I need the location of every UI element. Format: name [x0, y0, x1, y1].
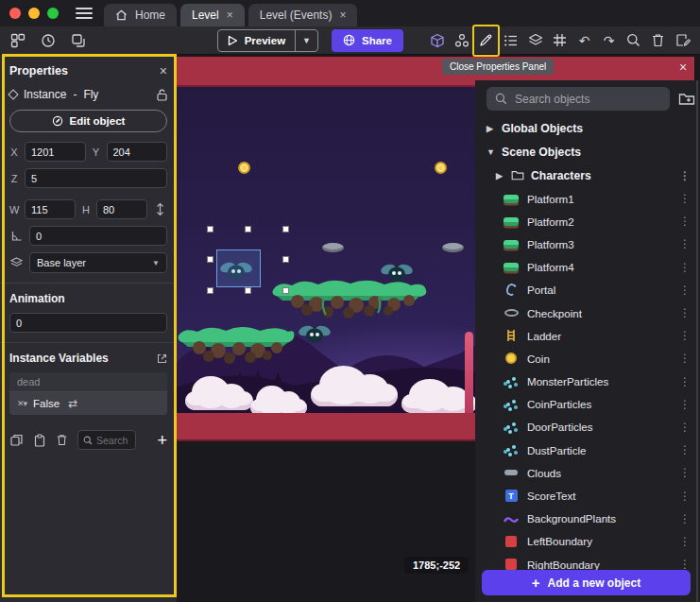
object-list-item[interactable]: Platform4 ⋮: [475, 256, 700, 279]
object-list-item[interactable]: Platform1 ⋮: [475, 187, 700, 210]
tab-home[interactable]: Home: [104, 4, 177, 26]
kebab-menu-icon[interactable]: ⋮: [679, 398, 689, 411]
paste-button[interactable]: [32, 433, 46, 447]
angle-input[interactable]: [29, 226, 167, 246]
instance-properties-button[interactable]: [502, 30, 520, 51]
kebab-menu-icon[interactable]: ⋮: [679, 421, 689, 434]
animation-input[interactable]: [9, 313, 167, 333]
kebab-menu-icon[interactable]: ⋮: [679, 490, 689, 503]
resize-handle[interactable]: [207, 256, 213, 263]
zoom-button[interactable]: [624, 30, 642, 51]
object-list-item[interactable]: MonsterParticles ⋮: [475, 370, 700, 393]
x-input[interactable]: [25, 142, 86, 162]
kebab-menu-icon[interactable]: ⋮: [679, 375, 689, 388]
zoom-window-button[interactable]: [47, 8, 59, 19]
platform-instance[interactable]: [267, 277, 430, 322]
objects-search-box[interactable]: [487, 87, 670, 111]
kebab-menu-icon[interactable]: ⋮: [679, 466, 689, 479]
resize-handle[interactable]: [207, 226, 213, 232]
toggle-objects-panel-button[interactable]: [428, 30, 446, 51]
undo-button[interactable]: ↶: [575, 30, 593, 51]
object-groups-button[interactable]: [452, 30, 470, 51]
kebab-menu-icon[interactable]: ⋮: [679, 535, 689, 548]
object-list-item[interactable]: Checkpoint ⋮: [475, 301, 700, 324]
tab-level[interactable]: Level ×: [180, 4, 245, 26]
kebab-menu-icon[interactable]: ⋮: [679, 352, 689, 365]
variable-row[interactable]: dead ✕▾ False ⇄: [9, 372, 167, 415]
lock-instance-button[interactable]: [157, 89, 167, 101]
width-input[interactable]: [25, 199, 76, 219]
preview-dropdown-button[interactable]: ▼: [295, 30, 317, 51]
edit-events-button[interactable]: [674, 30, 691, 51]
copy-button[interactable]: [9, 433, 24, 447]
kebab-menu-icon[interactable]: ⋮: [679, 192, 689, 205]
resources-button[interactable]: [69, 30, 88, 51]
kebab-menu-icon[interactable]: ⋮: [679, 284, 689, 297]
object-list-item[interactable]: LeftBoundary ⋮: [475, 530, 700, 553]
add-variable-button[interactable]: +: [157, 432, 167, 449]
toggle-properties-panel-button[interactable]: [477, 30, 495, 51]
close-panel-button[interactable]: ×: [674, 59, 691, 76]
object-list-item[interactable]: Coin ⋮: [475, 347, 700, 370]
open-variables-editor-button[interactable]: [157, 353, 167, 364]
object-list-item[interactable]: Ladder ⋮: [475, 324, 700, 347]
kebab-menu-icon[interactable]: ⋮: [679, 306, 689, 319]
resize-handle[interactable]: [282, 226, 289, 232]
platform-instance[interactable]: [177, 323, 296, 367]
z-input[interactable]: [25, 168, 167, 188]
kebab-menu-icon[interactable]: ⋮: [679, 329, 689, 342]
variable-type-icon[interactable]: ✕▾: [17, 399, 26, 408]
kebab-menu-icon[interactable]: ⋮: [679, 237, 689, 250]
redo-button[interactable]: ↷: [600, 30, 618, 51]
toggle-value-icon[interactable]: ⇄: [68, 397, 77, 410]
resize-handle[interactable]: [245, 287, 251, 294]
objects-search-input[interactable]: [515, 93, 661, 106]
resize-handle[interactable]: [207, 287, 213, 294]
checkpoint-instance[interactable]: [322, 243, 344, 252]
scene-objects-group[interactable]: ▼ Scene Objects: [475, 140, 700, 163]
object-list-item[interactable]: Portal ⋮: [475, 279, 700, 301]
close-tab-icon[interactable]: ×: [339, 9, 346, 22]
global-objects-group[interactable]: ▶ Global Objects: [475, 116, 700, 140]
kebab-menu-icon[interactable]: ⋮: [679, 443, 689, 456]
kebab-menu-icon[interactable]: ⋮: [679, 215, 689, 228]
lock-aspect-ratio-button[interactable]: [153, 202, 167, 216]
close-properties-icon[interactable]: ×: [160, 63, 167, 78]
coin-instance[interactable]: [238, 162, 250, 174]
preview-button[interactable]: Preview ▼: [217, 29, 318, 52]
selection-handles[interactable]: [210, 229, 286, 291]
grid-settings-button[interactable]: [551, 30, 569, 51]
add-new-object-button[interactable]: + Add a new object: [482, 570, 691, 595]
main-menu-icon[interactable]: [76, 0, 93, 26]
close-window-button[interactable]: [9, 8, 21, 19]
layers-panel-button[interactable]: [526, 30, 544, 51]
kebab-menu-icon[interactable]: ⋮: [679, 558, 689, 571]
y-input[interactable]: [107, 142, 168, 162]
kebab-menu-icon[interactable]: ⋮: [679, 169, 689, 182]
object-list-item[interactable]: Clouds ⋮: [475, 461, 700, 484]
project-manager-button[interactable]: [9, 30, 27, 51]
delete-button[interactable]: [649, 30, 667, 51]
resize-handle[interactable]: [245, 226, 251, 232]
resize-handle[interactable]: [282, 287, 289, 294]
close-tab-icon[interactable]: ×: [227, 9, 233, 22]
variables-search-box[interactable]: [77, 430, 136, 450]
fly-instance[interactable]: [298, 323, 332, 344]
coin-instance[interactable]: [435, 162, 447, 174]
characters-folder[interactable]: ▶ Characters ⋮: [475, 163, 700, 187]
tab-level-events[interactable]: Level (Events) ×: [248, 4, 358, 26]
history-button[interactable]: [39, 30, 58, 51]
fly-instance[interactable]: [380, 262, 414, 283]
add-folder-button[interactable]: [678, 92, 695, 106]
variable-value[interactable]: False: [33, 398, 60, 409]
object-list-item[interactable]: Platform3 ⋮: [475, 232, 700, 255]
object-list-item[interactable]: BackgroundPlants ⋮: [475, 507, 700, 530]
delete-variable-button[interactable]: [55, 433, 69, 447]
object-list-item[interactable]: Platform2 ⋮: [475, 210, 700, 232]
kebab-menu-icon[interactable]: ⋮: [679, 261, 689, 274]
height-input[interactable]: [96, 199, 147, 219]
edit-object-button[interactable]: Edit object: [9, 110, 167, 132]
object-list-item[interactable]: CoinParticles ⋮: [475, 393, 700, 416]
variables-search-input[interactable]: [96, 435, 128, 446]
share-button[interactable]: Share: [332, 29, 403, 52]
